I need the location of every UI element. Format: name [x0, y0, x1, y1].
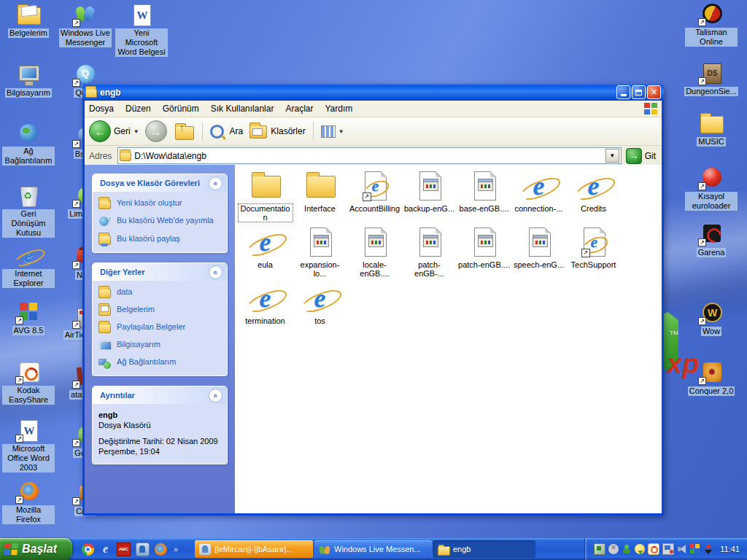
quick-launch-overflow[interactable]: » [174, 545, 178, 553]
back-button[interactable]: ← Geri ▼ [89, 120, 139, 142]
menu-yardim[interactable]: Yardım [325, 104, 352, 114]
desktop-icon-bilgisayarim[interactable]: Bilgisayarım [2, 63, 55, 98]
music-folder-icon [698, 112, 724, 135]
other-places-header[interactable]: Diğer Yerler « [93, 263, 227, 281]
desktop-icon-wow[interactable]: Wow [685, 301, 738, 336]
desktop-icon-avg[interactable]: AVG 8.5 [2, 300, 55, 335]
file-item-tos[interactable]: e tos [293, 280, 347, 326]
file-item-credits[interactable]: e Credits [566, 168, 621, 222]
file-item-techsupport[interactable]: e↗ TechSupport [566, 224, 621, 279]
folder-icon [248, 170, 283, 202]
desktop-icon-ag-baglantilarim[interactable]: Ağ Bağlantılarım [2, 121, 55, 166]
desktop-icon-garena[interactable]: Garena [685, 222, 738, 257]
my-computer-icon [98, 340, 112, 351]
menu-gorunum[interactable]: Görünüm [163, 104, 199, 114]
desktop-icon-belgelerim[interactable]: Belgelerim [2, 3, 55, 38]
windows-flag-icon [4, 543, 18, 555]
file-item-documentation[interactable]: Documentation [238, 168, 293, 222]
desktop-icon-firefox[interactable]: Mozilla Firefox [2, 480, 55, 524]
taskbar-clock[interactable]: 11:41 [720, 545, 740, 553]
desktop-icon-recycle-bin[interactable]: Geri Dönüşüm Kutusu [2, 184, 55, 238]
file-item-termination[interactable]: e termination [238, 280, 293, 326]
file-item-eula[interactable]: e eula [238, 224, 293, 279]
avg-tray-icon[interactable] [690, 544, 700, 554]
desktop-icon-euroloader[interactable]: Kısayol euroloader [685, 166, 738, 211]
chrome-icon[interactable] [82, 543, 94, 556]
wow-icon [698, 301, 724, 324]
collapse-chevron-icon[interactable]: « [209, 265, 222, 279]
address-dropdown[interactable]: ▼ [605, 149, 619, 163]
card-reader-icon[interactable] [594, 543, 605, 555]
task-publish-web[interactable]: Bu klasörü Web'de yayımla [98, 216, 221, 228]
collapse-chevron-icon[interactable]: « [209, 176, 222, 190]
file-item-interface[interactable]: Interface [293, 168, 347, 222]
desktop-icon-dungeonsiege[interactable]: DungeonSie... [685, 61, 738, 96]
desktop-icon-kodak-easyshare[interactable]: Kodak EasyShare [2, 360, 55, 405]
place-shared-documents[interactable]: Paylaşılan Belgeler [98, 322, 221, 333]
address-input[interactable]: D:\Wow\data\engb ▼ [117, 147, 621, 164]
abc-app-icon[interactable] [117, 542, 131, 556]
menu-duzen[interactable]: Düzen [125, 104, 151, 114]
desktop-icon-wlm[interactable]: Windows Live Messenger [59, 3, 112, 47]
file-item-backup[interactable]: backup-enG... [402, 168, 457, 222]
safely-remove-icon[interactable] [608, 544, 619, 554]
file-tasks-header[interactable]: Dosya ve Klasör Görevleri « [93, 174, 227, 192]
details-section: Ayrıntılar « engb Dosya Klasörü Değiştir… [92, 386, 228, 464]
address-path: D:\Wow\data\engb [134, 151, 602, 161]
task-new-folder[interactable]: Yeni klasör oluştur [98, 198, 221, 209]
menu-araclar[interactable]: Araçlar [285, 104, 313, 114]
place-network[interactable]: Ağ Bağlantılarım [98, 357, 221, 368]
views-dropdown-icon[interactable]: ▼ [338, 128, 344, 135]
file-list-area[interactable]: Documentation Interface e↗ AccountBillin… [235, 165, 662, 513]
window-titlebar[interactable]: engb ✕ [82, 84, 664, 101]
task-button-engb[interactable]: engb [433, 540, 535, 558]
place-data[interactable]: data [98, 287, 221, 298]
desktop-icon-talisman[interactable]: Talisman Online [685, 2, 738, 47]
place-my-computer[interactable]: Bilgisayarım [98, 340, 221, 351]
desktop-icon-word-2003[interactable]: Microsoft Office Word 2003 [2, 419, 55, 472]
award-icon[interactable] [635, 544, 645, 554]
collapse-chevron-icon[interactable]: « [209, 389, 222, 402]
minimize-button[interactable] [616, 85, 630, 99]
desktop-icon-new-word-doc[interactable]: Yeni Microsoft Word Belgesi [115, 3, 168, 57]
desktop-icon-internet-explorer[interactable]: e Internet Explorer [2, 244, 55, 288]
firefox-icon[interactable] [155, 543, 167, 556]
desktop-icon-conquer[interactable]: Conquer 2,0 [685, 361, 738, 396]
desktop-icon-music[interactable]: MUSIC [685, 112, 738, 147]
place-belgelerim[interactable]: Belgelerim [98, 305, 221, 316]
display-audio-icon[interactable] [662, 543, 674, 555]
start-button[interactable]: Başlat [0, 538, 72, 560]
search-button[interactable]: Ara [210, 125, 244, 139]
file-item-patch2[interactable]: patch-enGB.... [457, 224, 511, 279]
views-button[interactable]: ▼ [321, 125, 344, 138]
go-button[interactable]: → Git [626, 148, 659, 164]
details-header[interactable]: Ayrıntılar « [93, 386, 227, 404]
file-item-base[interactable]: base-enGB.... [457, 168, 511, 222]
task-button-wlm[interactable]: Windows Live Messen... [314, 540, 432, 558]
file-item-speech[interactable]: speech-enG... [511, 224, 566, 279]
file-item-accountbilling[interactable]: e↗ AccountBilling [347, 168, 402, 222]
messenger-icon[interactable] [136, 542, 150, 556]
maximize-button[interactable] [632, 85, 646, 99]
file-item-connection[interactable]: e connection-... [511, 168, 566, 222]
task-button-messenger-chat[interactable]: ||eMircan||-||bAsarır|... [195, 540, 313, 558]
forward-button[interactable]: → [145, 120, 167, 142]
file-item-expansion[interactable]: expansion-lo... [293, 224, 347, 279]
status-person-icon[interactable] [622, 544, 632, 554]
file-item-locale[interactable]: locale-enGB.... [347, 224, 402, 279]
task-share-folder[interactable]: Bu klasörü paylaş [98, 234, 221, 245]
details-folder-name: engb [98, 411, 221, 419]
kodak-tray-icon[interactable] [648, 543, 659, 555]
menu-dosya[interactable]: Dosya [89, 104, 114, 114]
internet-explorer-icon: e [576, 170, 611, 202]
up-button[interactable]: ↑ [173, 122, 195, 141]
file-item-patch1[interactable]: patch-enGB-... [402, 224, 457, 279]
folders-button[interactable]: Klasörler [249, 123, 305, 139]
back-dropdown-icon[interactable]: ▼ [133, 128, 139, 135]
close-button[interactable]: ✕ [647, 85, 661, 99]
network-arrows-icon[interactable] [703, 544, 713, 554]
internet-explorer-icon[interactable]: e [99, 543, 112, 556]
menu-sik-kullanilanlar[interactable]: Sık Kullanılanlar [211, 104, 274, 114]
volume-icon[interactable] [677, 544, 687, 554]
address-label: Adres [88, 151, 113, 161]
